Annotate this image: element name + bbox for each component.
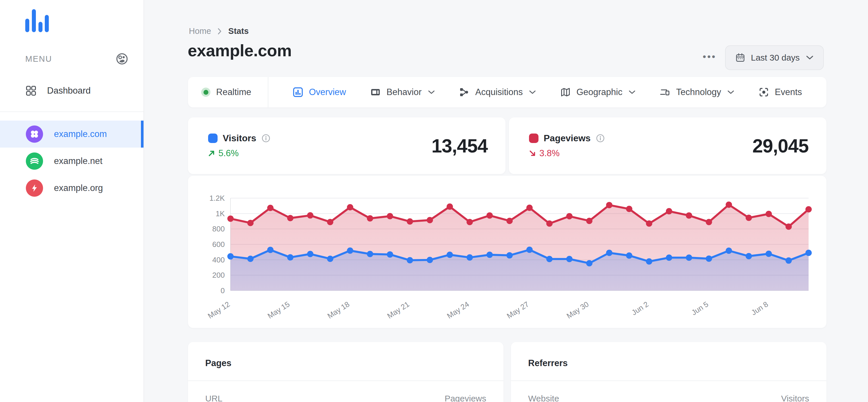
site-waves-icon [26, 152, 43, 170]
chevron-down-icon [428, 90, 435, 94]
acquisitions-branch-icon [459, 87, 470, 97]
stat-label: Pageviews [544, 133, 591, 144]
menu-label: MENU [25, 54, 52, 64]
tab-realtime[interactable]: Realtime [188, 87, 268, 97]
svg-text:400: 400 [212, 255, 225, 264]
column-header-url: URL [205, 394, 222, 402]
more-options-button[interactable]: ••• [700, 48, 719, 65]
technology-devices-icon [660, 87, 670, 97]
tab-events[interactable]: Events [758, 87, 802, 97]
svg-text:Jun 2: Jun 2 [630, 300, 650, 317]
stat-label: Visitors [223, 133, 256, 144]
chevron-down-icon [806, 55, 813, 60]
svg-text:600: 600 [212, 240, 225, 249]
stat-change: 3.8% [539, 148, 560, 158]
breadcrumb-current: Stats [228, 26, 249, 36]
visitors-stat-card: Visitors 5.6% 13,454 [188, 118, 505, 174]
svg-text:800: 800 [212, 224, 225, 233]
stat-change: 5.6% [218, 148, 239, 158]
pages-card: Pages URL Pageviews [188, 342, 503, 402]
site-label: example.com [54, 129, 107, 139]
dashboard-grid-icon [26, 86, 36, 96]
svg-text:May 15: May 15 [266, 300, 291, 320]
realtime-status-icon [201, 88, 210, 97]
chevron-right-icon [217, 28, 222, 35]
traffic-chart-svg[interactable]: 1.2K1K8006004002000May 12May 15May 18May… [188, 176, 826, 328]
tab-behavior[interactable]: Behavior [370, 87, 435, 97]
calendar-icon [735, 53, 745, 63]
svg-text:May 21: May 21 [385, 300, 411, 320]
tab-label: Acquisitions [475, 87, 523, 97]
chevron-down-icon [727, 90, 734, 94]
chevron-down-icon [629, 90, 636, 94]
tab-geographic[interactable]: Geographic [560, 87, 636, 97]
detail-tables: Pages URL Pageviews Referrers Website Vi… [188, 342, 826, 402]
section-tabbar: Realtime Overview Behav [188, 77, 826, 107]
date-range-button[interactable]: Last 30 days [725, 45, 824, 70]
pageviews-legend-swatch [529, 133, 538, 143]
menu-header: MENU [25, 52, 129, 65]
referrers-card: Referrers Website Visitors [511, 342, 826, 402]
overview-chart-icon [293, 87, 303, 97]
tab-label: Technology [676, 87, 721, 97]
sidebar-item-dashboard[interactable]: Dashboard [0, 78, 144, 104]
breadcrumb: Home Stats [189, 26, 249, 36]
face-icon[interactable] [115, 52, 129, 65]
svg-text:200: 200 [212, 271, 225, 279]
column-header-website: Website [528, 394, 559, 402]
info-icon[interactable] [596, 134, 605, 143]
sidebar-divider [0, 112, 144, 112]
tab-label: Events [775, 87, 802, 97]
geographic-map-icon [560, 87, 570, 97]
svg-text:1K: 1K [216, 209, 225, 218]
behavior-layout-icon [370, 87, 381, 97]
site-bolt-icon [26, 180, 43, 197]
date-range-label: Last 30 days [751, 53, 800, 63]
stat-cards: Visitors 5.6% 13,454 [188, 118, 826, 174]
pageviews-value: 29,045 [752, 135, 809, 157]
page-title: example.com [188, 41, 291, 60]
tab-acquisitions[interactable]: Acquisitions [459, 87, 536, 97]
svg-text:Jun 8: Jun 8 [750, 300, 770, 317]
breadcrumb-home[interactable]: Home [189, 26, 211, 36]
sidebar: MENU Dashboard [0, 0, 144, 402]
svg-text:Jun 5: Jun 5 [690, 300, 710, 317]
svg-text:May 12: May 12 [206, 300, 231, 320]
column-header-pageviews: Pageviews [445, 394, 486, 402]
svg-text:May 24: May 24 [445, 300, 471, 320]
column-header-visitors: Visitors [781, 394, 809, 402]
site-clover-icon [26, 125, 43, 143]
tab-label: Geographic [577, 87, 622, 97]
trend-down-icon [529, 150, 536, 157]
site-label: example.org [54, 183, 103, 193]
chevron-down-icon [529, 90, 536, 94]
info-icon[interactable] [261, 134, 270, 143]
visitors-value: 13,454 [431, 135, 488, 157]
svg-text:May 27: May 27 [505, 300, 530, 320]
events-scan-icon [758, 87, 769, 97]
sidebar-item-example-org[interactable]: example.org [0, 175, 144, 202]
tab-label: Behavior [386, 87, 422, 97]
svg-text:May 18: May 18 [326, 300, 351, 320]
traffic-chart-card: 1.2K1K8006004002000May 12May 15May 18May… [188, 176, 826, 328]
sidebar-item-example-net[interactable]: example.net [0, 148, 144, 175]
pages-card-title: Pages [188, 342, 503, 380]
svg-text:1.2K: 1.2K [210, 194, 225, 203]
referrers-card-title: Referrers [511, 342, 826, 380]
trend-up-icon [208, 150, 215, 157]
visitors-legend-swatch [208, 133, 218, 143]
svg-text:0: 0 [221, 286, 225, 295]
tab-label: Overview [309, 87, 346, 97]
svg-text:May 30: May 30 [565, 300, 590, 320]
app-logo-bar-chart-icon [25, 9, 49, 33]
sidebar-item-example-com[interactable]: example.com [0, 121, 144, 148]
tab-label: Realtime [216, 87, 251, 97]
tab-overview[interactable]: Overview [293, 87, 346, 97]
sidebar-item-label: Dashboard [47, 86, 91, 96]
pageviews-stat-card: Pageviews 3.8% 29,045 [509, 118, 826, 174]
site-label: example.net [54, 156, 102, 166]
site-list: example.com example.net example.org [0, 121, 144, 202]
tab-technology[interactable]: Technology [660, 87, 734, 97]
